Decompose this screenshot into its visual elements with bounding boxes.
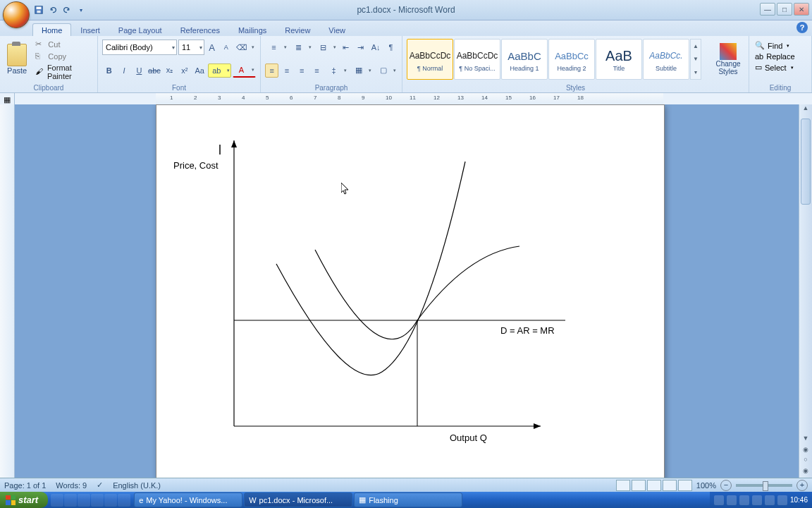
clear-formatting-button[interactable]: ⌫ xyxy=(234,40,256,54)
tray-icon-6[interactable] xyxy=(777,495,787,505)
browse-object-button[interactable]: ○ xyxy=(799,456,812,467)
show-marks-button[interactable]: ¶ xyxy=(384,40,398,54)
shading-button[interactable]: ▦ xyxy=(350,64,373,78)
spellcheck-icon[interactable]: ✓ xyxy=(97,480,103,490)
style-no-spacing[interactable]: AaBbCcDc¶ No Spaci... xyxy=(454,39,500,80)
style-normal[interactable]: AaBbCcDc¶ Normal xyxy=(407,39,453,80)
word-count[interactable]: Words: 9 xyxy=(56,481,87,490)
maximize-button[interactable]: □ xyxy=(777,3,792,16)
change-case-button[interactable]: Aa xyxy=(192,64,206,78)
next-page-button[interactable]: ◉ xyxy=(799,467,812,478)
language-indicator[interactable]: English (U.K.) xyxy=(113,481,161,490)
style-subtitle[interactable]: AaBbCc.Subtitle xyxy=(643,39,689,80)
web-layout-view-button[interactable] xyxy=(647,480,661,491)
numbering-button[interactable]: ≣ xyxy=(290,40,313,54)
sort-button[interactable]: A↓ xyxy=(369,40,383,54)
zoom-slider[interactable] xyxy=(736,484,792,487)
tray-icon-4[interactable] xyxy=(752,495,762,505)
style-heading1[interactable]: AaBbCHeading 1 xyxy=(501,39,548,80)
cut-button[interactable]: ✂Cut xyxy=(34,39,94,50)
style-heading2[interactable]: AaBbCcHeading 2 xyxy=(548,39,595,80)
align-center-button[interactable]: ≡ xyxy=(280,64,293,78)
ql-icon-5[interactable] xyxy=(104,494,117,507)
tab-view[interactable]: View xyxy=(319,23,355,36)
document-page[interactable]: Price, Cost D = AR = MR Output Q xyxy=(156,104,665,478)
gallery-more-button[interactable]: ▾ xyxy=(691,69,701,75)
tab-review[interactable]: Review xyxy=(276,23,319,36)
find-button[interactable]: 🔍Find▾ xyxy=(753,40,807,51)
vertical-scrollbar[interactable]: ▲ ▼ ◉ ○ ◉ xyxy=(799,104,812,478)
save-icon[interactable] xyxy=(32,4,45,16)
select-button[interactable]: ▭Select▾ xyxy=(753,62,807,73)
tab-mailings[interactable]: Mailings xyxy=(229,23,276,36)
undo-icon[interactable] xyxy=(47,4,59,16)
scroll-thumb[interactable] xyxy=(801,119,811,205)
bold-button[interactable]: B xyxy=(102,64,116,78)
close-button[interactable]: ✕ xyxy=(794,3,809,16)
gallery-up-button[interactable]: ▲ xyxy=(691,43,701,49)
outline-view-button[interactable] xyxy=(663,480,677,491)
italic-button[interactable]: I xyxy=(117,64,130,78)
strikethrough-button[interactable]: abc xyxy=(147,64,161,78)
shrink-font-button[interactable]: A xyxy=(220,40,233,54)
highlight-button[interactable]: ab xyxy=(208,64,231,78)
borders-button[interactable]: ▢ xyxy=(374,64,398,78)
paste-button[interactable]: Paste xyxy=(3,37,31,81)
align-right-button[interactable]: ≡ xyxy=(295,64,309,78)
office-button[interactable] xyxy=(3,1,30,28)
tray-icon-5[interactable] xyxy=(765,495,775,505)
page-indicator[interactable]: Page: 1 of 1 xyxy=(4,481,46,490)
tab-page-layout[interactable]: Page Layout xyxy=(109,23,171,36)
task-flashing[interactable]: ▦Flashing xyxy=(354,492,462,507)
grow-font-button[interactable]: A xyxy=(206,40,219,54)
style-gallery[interactable]: AaBbCcDc¶ Normal AaBbCcDc¶ No Spaci... A… xyxy=(405,37,710,81)
tab-home[interactable]: Home xyxy=(32,23,71,36)
vertical-ruler[interactable] xyxy=(0,104,15,478)
scroll-up-button[interactable]: ▲ xyxy=(799,104,812,116)
zoom-in-button[interactable]: + xyxy=(796,480,808,491)
copy-button[interactable]: ⎘Copy xyxy=(34,51,94,62)
font-size-combo[interactable]: 11▾ xyxy=(178,40,204,55)
gallery-down-button[interactable]: ▼ xyxy=(691,56,701,62)
multilevel-list-button[interactable]: ⊟ xyxy=(314,40,338,54)
superscript-button[interactable]: x² xyxy=(178,64,191,78)
align-left-button[interactable]: ≡ xyxy=(265,64,278,78)
format-painter-button[interactable]: 🖌Format Painter xyxy=(34,63,94,81)
bullets-button[interactable]: ≡ xyxy=(265,40,288,54)
qat-customize-icon[interactable]: ▾ xyxy=(75,4,87,16)
zoom-slider-thumb[interactable] xyxy=(763,481,768,491)
ql-icon-6[interactable] xyxy=(118,494,130,507)
zoom-out-button[interactable]: − xyxy=(720,480,732,491)
tab-insert[interactable]: Insert xyxy=(71,23,109,36)
print-layout-view-button[interactable] xyxy=(616,480,630,491)
font-name-combo[interactable]: Calibri (Body)▾ xyxy=(102,40,177,55)
draft-view-button[interactable] xyxy=(678,480,692,491)
document-scroll-area[interactable]: Price, Cost D = AR = MR Output Q xyxy=(15,104,799,478)
replace-button[interactable]: abReplace xyxy=(753,52,807,61)
task-word[interactable]: Wpc1.docx - Microsof... xyxy=(244,492,352,507)
line-spacing-button[interactable]: ‡ xyxy=(325,64,348,78)
zoom-level[interactable]: 100% xyxy=(696,481,716,490)
decrease-indent-button[interactable]: ⇤ xyxy=(339,40,352,54)
ql-icon-1[interactable] xyxy=(51,494,63,507)
subscript-button[interactable]: x₂ xyxy=(163,64,176,78)
minimize-button[interactable]: — xyxy=(760,3,775,16)
tab-references[interactable]: References xyxy=(171,23,229,36)
ql-icon-4[interactable] xyxy=(91,494,104,507)
ql-icon-3[interactable] xyxy=(78,494,90,507)
ql-icon-2[interactable] xyxy=(64,494,77,507)
tray-icon-1[interactable] xyxy=(714,495,724,505)
scroll-down-button[interactable]: ▼ xyxy=(799,435,812,446)
font-color-button[interactable]: A xyxy=(233,63,256,78)
redo-icon[interactable] xyxy=(61,4,73,16)
justify-button[interactable]: ≡ xyxy=(310,64,324,78)
help-button[interactable]: ? xyxy=(796,22,808,33)
style-title[interactable]: AaBTitle xyxy=(596,39,642,80)
full-screen-view-button[interactable] xyxy=(632,480,646,491)
tray-icon-3[interactable] xyxy=(739,495,749,505)
increase-indent-button[interactable]: ⇥ xyxy=(354,40,367,54)
task-yahoo[interactable]: eMy Yahoo! - Windows... xyxy=(134,492,242,507)
tray-icon-2[interactable] xyxy=(727,495,737,505)
clock[interactable]: 10:46 xyxy=(790,496,808,504)
change-styles-button[interactable]: Change Styles xyxy=(710,37,746,81)
